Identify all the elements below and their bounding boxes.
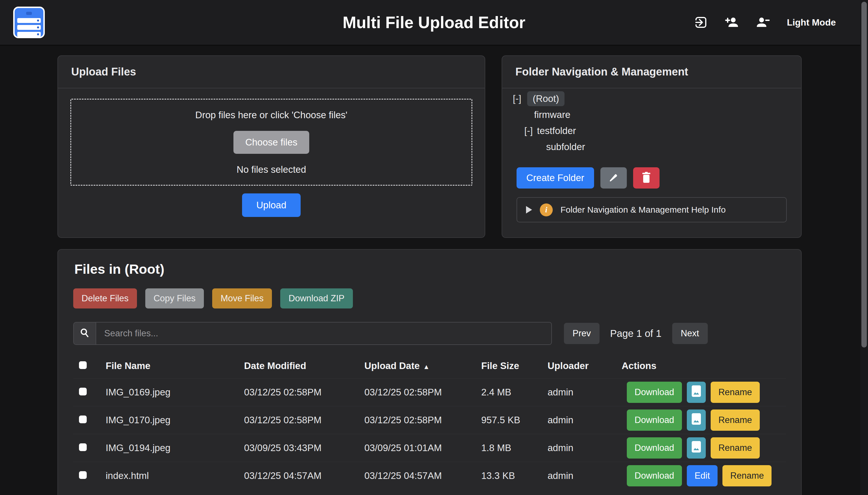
delete-folder-button[interactable]	[633, 167, 660, 189]
upload-button[interactable]: Upload	[242, 193, 301, 217]
logo-bars	[17, 18, 41, 37]
tree-item-firmware: firmware	[513, 107, 790, 123]
prev-page-button[interactable]: Prev	[564, 323, 600, 344]
search-input[interactable]	[96, 322, 552, 345]
select-all-checkbox[interactable]	[79, 361, 87, 369]
files-list-panel: Files in (Root) Delete Files Copy Files …	[57, 249, 802, 495]
tree-folder-root[interactable]: (Root)	[527, 91, 565, 106]
trash-icon	[640, 171, 652, 185]
search-row: Prev Page 1 of 1 Next	[73, 322, 786, 345]
folder-help-expander[interactable]: i Folder Navigation & Management Help In…	[517, 197, 787, 222]
file-dropzone[interactable]: Drop files here or click 'Choose files' …	[70, 99, 472, 186]
date-modified: 03/09/25 03:43PM	[244, 443, 364, 454]
copy-files-button[interactable]: Copy Files	[145, 288, 204, 308]
row-checkbox[interactable]	[79, 443, 87, 451]
rename-button[interactable]: Rename	[711, 437, 760, 459]
page-indicator: Page 1 of 1	[610, 328, 662, 339]
edit-button[interactable]: Edit	[687, 465, 718, 487]
upload-date: 03/12/25 04:57AM	[364, 470, 481, 481]
login-icon[interactable]	[694, 15, 708, 30]
person-add-icon[interactable]	[725, 15, 739, 30]
table-row: index.html 03/12/25 04:57AM 03/12/25 04:…	[73, 462, 786, 490]
column-header-date-modified[interactable]: Date Modified	[244, 360, 364, 371]
main-content: Upload Files Drop files here or click 'C…	[0, 45, 868, 495]
logo-led	[26, 12, 32, 15]
column-header-upload-date[interactable]: Upload Date▲	[364, 360, 481, 371]
rename-button[interactable]: Rename	[722, 465, 771, 487]
column-header-uploader[interactable]: Uploader	[548, 360, 622, 371]
download-button[interactable]: Download	[627, 465, 682, 487]
rename-button[interactable]: Rename	[711, 409, 760, 431]
person-remove-icon[interactable]	[756, 15, 770, 30]
download-button[interactable]: Download	[627, 382, 682, 403]
tree-folder-subfolder[interactable]: subfolder	[546, 141, 585, 152]
tree-item-subfolder: subfolder	[513, 139, 790, 155]
column-header-file-size[interactable]: File Size	[481, 360, 548, 371]
page-scrollbar-thumb[interactable]	[862, 2, 867, 347]
dropzone-hint: Drop files here or click 'Choose files'	[195, 109, 347, 121]
folder-navigation-panel: Folder Navigation & Management [-] (Root…	[502, 55, 802, 238]
files-section-title: Files in (Root)	[74, 261, 786, 277]
preview-image-button[interactable]	[687, 409, 706, 431]
file-size: 957.5 KB	[481, 415, 548, 426]
row-checkbox[interactable]	[79, 471, 87, 479]
upload-date: 03/09/25 01:01AM	[364, 443, 481, 454]
next-page-button[interactable]: Next	[672, 323, 708, 344]
uploader: admin	[548, 387, 622, 398]
image-icon	[691, 441, 701, 456]
rename-button[interactable]: Rename	[711, 382, 760, 403]
server-stack-logo-icon	[13, 6, 45, 38]
tree-folder-testfolder[interactable]: testfolder	[537, 125, 576, 136]
upload-date: 03/12/25 02:58PM	[364, 387, 481, 398]
uploader: admin	[548, 443, 622, 454]
create-folder-button[interactable]: Create Folder	[517, 167, 594, 189]
search-icon	[79, 327, 90, 340]
image-icon	[691, 413, 701, 428]
caret-right-icon	[526, 206, 532, 214]
file-name: index.html	[106, 470, 244, 481]
move-files-button[interactable]: Move Files	[212, 288, 272, 308]
search-button[interactable]	[73, 322, 96, 345]
file-size: 2.4 MB	[481, 387, 548, 398]
bulk-actions-toolbar: Delete Files Copy Files Move Files Downl…	[73, 288, 786, 308]
file-name: IMG_0170.jpeg	[106, 415, 244, 426]
column-header-file-name[interactable]: File Name	[106, 360, 244, 371]
row-checkbox[interactable]	[79, 388, 87, 395]
header-actions: Light Mode	[694, 15, 855, 30]
upload-panel-title: Upload Files	[58, 56, 485, 88]
tree-item-testfolder: [-] testfolder	[513, 123, 790, 139]
table-row: IMG_0169.jpeg 03/12/25 02:58PM 03/12/25 …	[73, 378, 786, 406]
file-name: IMG_0169.jpeg	[106, 387, 244, 398]
page-scrollbar-track[interactable]	[860, 0, 868, 495]
folder-tree: [-] (Root) firmware [-] testfolder subfo…	[513, 91, 790, 155]
info-icon: i	[540, 203, 553, 216]
choose-files-button[interactable]: Choose files	[233, 131, 309, 154]
download-button[interactable]: Download	[627, 409, 682, 431]
column-header-actions: Actions	[622, 360, 786, 371]
theme-toggle-button[interactable]: Light Mode	[787, 17, 836, 28]
rename-folder-button[interactable]	[600, 167, 627, 189]
folder-help-label: Folder Navigation & Management Help Info	[561, 205, 725, 215]
upload-date: 03/12/25 02:58PM	[364, 415, 481, 426]
download-button[interactable]: Download	[627, 437, 682, 459]
date-modified: 03/12/25 04:57AM	[244, 470, 364, 481]
tree-toggle-testfolder[interactable]: [-]	[524, 125, 533, 136]
page-title: Multi File Upload Editor	[343, 13, 525, 32]
image-icon	[691, 385, 701, 400]
preview-image-button[interactable]	[687, 437, 706, 459]
file-size: 13.3 KB	[481, 470, 548, 481]
table-row: IMG_0194.jpeg 03/09/25 03:43PM 03/09/25 …	[73, 434, 786, 462]
preview-image-button[interactable]	[687, 382, 706, 403]
delete-files-button[interactable]: Delete Files	[73, 288, 137, 308]
pagination: Prev Page 1 of 1 Next	[564, 323, 708, 344]
date-modified: 03/12/25 02:58PM	[244, 387, 364, 398]
row-checkbox[interactable]	[79, 415, 87, 423]
tree-toggle-root[interactable]: [-]	[513, 93, 521, 104]
sort-ascending-icon: ▲	[423, 363, 430, 371]
files-selected-status: No files selected	[237, 164, 306, 175]
app-header: Multi File Upload Editor	[0, 0, 868, 45]
files-table-header: File Name Date Modified Upload Date▲ Fil…	[73, 354, 786, 378]
download-zip-button[interactable]: Download ZIP	[280, 288, 353, 308]
file-name: IMG_0194.jpeg	[106, 443, 244, 454]
tree-folder-firmware[interactable]: firmware	[534, 109, 570, 120]
